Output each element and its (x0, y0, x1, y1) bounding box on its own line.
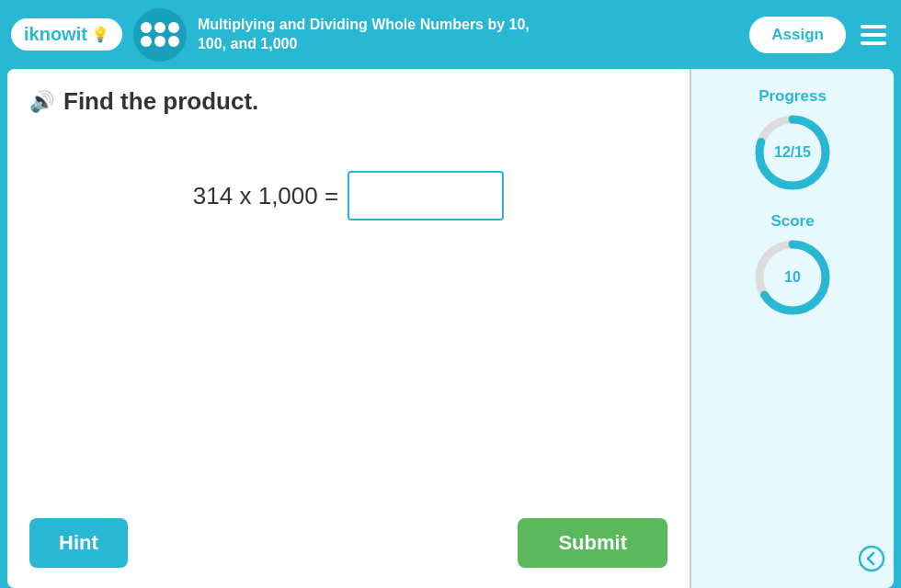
progress-label: Progress (758, 87, 827, 106)
dot (154, 22, 165, 33)
logo: iknowit 💡 (11, 18, 122, 51)
question-header: 🔊 Find the product. (29, 87, 667, 116)
header: iknowit 💡 Multiplying and Dividing Whole… (0, 0, 901, 69)
dot (168, 36, 179, 47)
menu-icon-line (861, 41, 886, 45)
stats-panel: Progress 12/15 Score 10 (691, 69, 894, 588)
question-instruction: Find the product. (63, 87, 258, 116)
assign-button[interactable]: Assign (749, 17, 846, 53)
progress-donut: 12/15 (751, 111, 834, 194)
dots-grid (141, 22, 179, 47)
hint-button[interactable]: Hint (29, 518, 128, 568)
dot (154, 36, 165, 47)
dot (168, 22, 179, 33)
dot (141, 36, 152, 47)
menu-icon-line (861, 33, 886, 37)
main-area: 🔊 Find the product. 314 x 1,000 = Hint S… (7, 69, 894, 588)
submit-button[interactable]: Submit (518, 518, 667, 568)
dot (141, 22, 152, 33)
svg-point-4 (860, 547, 884, 571)
activity-icon (133, 8, 187, 62)
logo-text: iknowit (24, 24, 87, 45)
answer-input[interactable] (348, 171, 504, 220)
score-block: Score 10 (751, 212, 834, 319)
sound-icon[interactable]: 🔊 (29, 90, 54, 114)
lesson-title: Multiplying and Dividing Whole Numbers b… (198, 16, 738, 54)
equation-area: 314 x 1,000 = (29, 171, 667, 220)
question-panel: 🔊 Find the product. 314 x 1,000 = Hint S… (7, 69, 690, 588)
menu-icon-line (861, 25, 886, 28)
score-label: Score (770, 212, 814, 231)
progress-block: Progress 12/15 (751, 87, 834, 194)
score-donut: 10 (751, 236, 834, 319)
score-value: 10 (784, 269, 801, 286)
back-button[interactable] (859, 546, 884, 577)
bottom-bar: Hint Submit (29, 518, 667, 568)
bulb-icon: 💡 (91, 26, 109, 43)
menu-button[interactable] (857, 21, 890, 49)
equation-text: 314 x 1,000 = (193, 182, 338, 210)
progress-value: 12/15 (774, 144, 811, 161)
